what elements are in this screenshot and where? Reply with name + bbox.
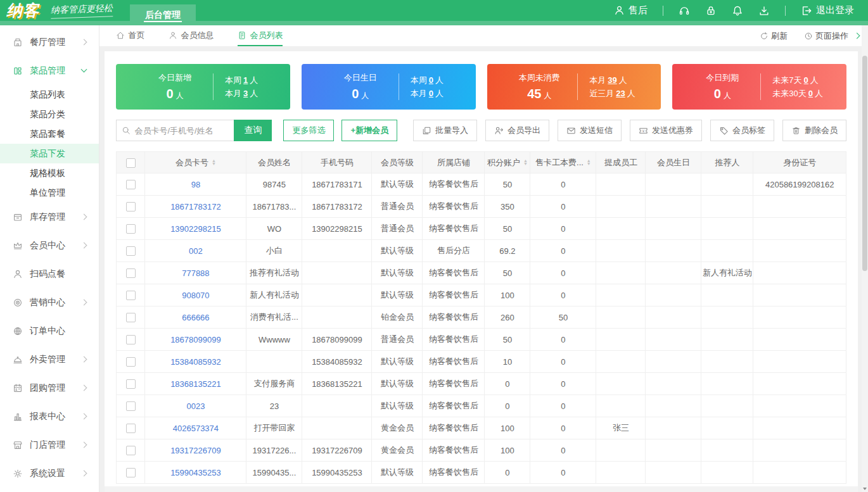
- tab-home[interactable]: 首页: [116, 25, 144, 46]
- select-all-checkbox[interactable]: [126, 158, 136, 168]
- sidebar-item-stores[interactable]: 门店管理: [0, 431, 99, 459]
- submenu-item-dish-category[interactable]: 菜品分类: [0, 104, 99, 124]
- sort-icon[interactable]: ▲▼: [587, 160, 591, 166]
- sidebar-item-restaurant[interactable]: 餐厅管理: [0, 28, 99, 56]
- member-card-link[interactable]: 0023: [145, 395, 246, 417]
- sidebar-item-marketing[interactable]: 营销中心: [0, 288, 99, 317]
- content: 首页 会员信息 会员列表 刷新: [99, 25, 868, 492]
- sidebar-item-takeout[interactable]: 外卖管理: [0, 345, 99, 374]
- member-idno: [753, 306, 846, 329]
- member-fee: 50: [530, 306, 596, 329]
- member-card-link[interactable]: 15990435253: [145, 462, 246, 484]
- tab-label: 首页: [128, 30, 144, 41]
- row-checkbox[interactable]: [126, 468, 136, 477]
- support-headset-icon[interactable]: [679, 5, 690, 16]
- horizontal-scrollbar[interactable]: [105, 486, 858, 492]
- refresh-button[interactable]: 刷新: [760, 30, 788, 42]
- stat-row-value[interactable]: 3: [243, 89, 248, 98]
- sidebar-item-inventory[interactable]: 库存管理: [0, 203, 99, 231]
- member-card-link[interactable]: 19317226709: [145, 439, 246, 462]
- user-menu[interactable]: 售后: [614, 4, 648, 16]
- delete-member-button[interactable]: 删除会员: [782, 120, 846, 141]
- scrollbar-thumb[interactable]: [862, 56, 867, 271]
- member-card-link[interactable]: 98: [145, 173, 246, 196]
- submenu-item-unit-mgmt[interactable]: 单位管理: [0, 183, 99, 203]
- stat-row-value[interactable]: 0: [429, 89, 433, 98]
- row-checkbox[interactable]: [126, 224, 136, 234]
- member-card-link[interactable]: 777888: [145, 262, 246, 284]
- sort-icon[interactable]: ▲▼: [212, 160, 216, 166]
- member-card-link[interactable]: 908070: [145, 284, 246, 306]
- row-checkbox[interactable]: [126, 202, 136, 211]
- row-checkbox[interactable]: [126, 268, 136, 278]
- row-checkbox[interactable]: [126, 335, 136, 344]
- download-icon[interactable]: [758, 5, 770, 16]
- sidebar-item-orders[interactable]: 订单中心: [0, 317, 99, 345]
- vertical-scrollbar[interactable]: [862, 25, 868, 492]
- row-checkbox-cell: [117, 329, 145, 351]
- header-card[interactable]: 会员卡号▲▼: [145, 152, 246, 173]
- cloche-icon: [13, 355, 23, 365]
- member-card-link[interactable]: 13902298215: [145, 218, 246, 240]
- stat-row-value[interactable]: 39: [608, 75, 616, 85]
- sidebar-item-groupbuy[interactable]: 团购管理: [0, 374, 99, 402]
- page-operations-button[interactable]: 页面操作: [804, 30, 859, 42]
- scrollbar-down-arrow[interactable]: [863, 488, 867, 490]
- row-checkbox[interactable]: [126, 379, 136, 389]
- member-card-link[interactable]: 002: [145, 240, 246, 262]
- more-filter-button[interactable]: 更多筛选: [283, 120, 334, 141]
- logout-button[interactable]: 退出登录: [801, 4, 854, 16]
- batch-import-button[interactable]: 批量导入: [413, 120, 477, 141]
- stat-unit: 人: [724, 91, 731, 100]
- submenu-item-spec-template[interactable]: 规格模板: [0, 163, 99, 183]
- member-card-link[interactable]: 15384085932: [145, 351, 246, 373]
- member-card-link[interactable]: 18678099099: [145, 329, 246, 351]
- nav-tab-backend[interactable]: 后台管理: [130, 4, 196, 25]
- sidebar-item-dishes[interactable]: 菜品管理: [0, 56, 99, 85]
- row-checkbox[interactable]: [126, 401, 136, 411]
- tab-member-info[interactable]: 会员信息: [169, 25, 214, 46]
- row-checkbox[interactable]: [126, 313, 136, 322]
- row-checkbox[interactable]: [126, 180, 136, 189]
- stat-row-value[interactable]: 23: [616, 89, 625, 98]
- member-card-link[interactable]: 4026573374: [145, 417, 246, 439]
- row-checkbox[interactable]: [126, 357, 136, 367]
- member-tag-button[interactable]: 会员标签: [710, 120, 774, 141]
- search-input[interactable]: [134, 126, 229, 136]
- stat-row-value[interactable]: 0: [804, 75, 808, 85]
- sidebar-item-members[interactable]: 会员中心: [0, 231, 99, 260]
- row-checkbox[interactable]: [126, 424, 136, 433]
- member-fee: 0: [530, 240, 596, 262]
- stat-row-value[interactable]: 0: [429, 75, 433, 85]
- search-button[interactable]: 查询: [234, 120, 272, 141]
- row-checkbox[interactable]: [126, 446, 136, 455]
- chevron-right-icon: [81, 300, 87, 306]
- submenu-item-dish-dispatch[interactable]: 菜品下发: [0, 144, 99, 163]
- tab-member-list[interactable]: 会员列表: [238, 25, 283, 46]
- submenu-item-dish-list[interactable]: 菜品列表: [0, 85, 99, 104]
- sort-icon[interactable]: ▲▼: [523, 160, 528, 166]
- member-card-link[interactable]: 18368135221: [145, 373, 246, 395]
- member-name: 15990435...: [246, 462, 302, 484]
- header-points[interactable]: 积分账户▲▼: [485, 152, 530, 173]
- chevron-right-icon: [81, 470, 87, 477]
- sidebar-item-settings[interactable]: 系统设置: [0, 459, 99, 488]
- bell-icon[interactable]: [732, 5, 743, 16]
- submenu-label: 菜品套餐: [30, 129, 65, 140]
- add-member-button[interactable]: +新增会员: [341, 120, 397, 141]
- sidebar-item-scan-order[interactable]: 扫码点餐: [0, 260, 99, 288]
- send-sms-button[interactable]: 发送短信: [558, 120, 622, 141]
- stat-row-value[interactable]: 1: [243, 75, 248, 85]
- sidebar-item-reports[interactable]: 报表中心: [0, 402, 99, 431]
- send-coupon-button[interactable]: ¥ 发送优惠券: [630, 120, 702, 141]
- row-checkbox[interactable]: [126, 291, 136, 300]
- stat-row-value[interactable]: 0: [808, 89, 813, 98]
- member-card-link[interactable]: 666666: [145, 306, 246, 329]
- member-card-link[interactable]: 18671783172: [145, 196, 246, 218]
- submenu-item-dish-combo[interactable]: 菜品套餐: [0, 124, 99, 144]
- lock-icon[interactable]: [705, 5, 717, 16]
- sidebar-item-label: 库存管理: [30, 211, 65, 223]
- row-checkbox[interactable]: [126, 246, 136, 256]
- header-fee[interactable]: 售卡工本费...▲▼: [530, 152, 596, 173]
- member-export-button[interactable]: 会员导出: [485, 120, 549, 141]
